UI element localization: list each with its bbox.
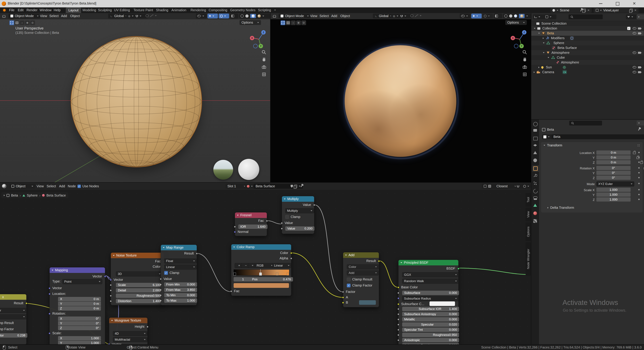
collection-checkbox[interactable]: ✓ — [627, 27, 630, 30]
scale-y-field[interactable]: 1.000 — [596, 193, 630, 197]
mapping-loc-y[interactable]: Y0 m — [58, 302, 101, 306]
select-mode-subtract[interactable]: − — [20, 20, 24, 25]
scale-x-field[interactable]: 1.000 — [596, 188, 630, 192]
mapping-rotation-socket[interactable] — [48, 313, 51, 315]
viewport-camera-button[interactable] — [261, 64, 267, 70]
properties-pin-icon[interactable] — [638, 128, 640, 131]
mode-dropdown[interactable]: Object Mode — [8, 13, 40, 18]
scale-z-field[interactable]: 1.000 — [596, 197, 630, 202]
animate-dot[interactable] — [638, 199, 640, 200]
mapping-location-socket[interactable] — [48, 293, 51, 295]
noise-distortion-socket[interactable] — [110, 300, 112, 302]
fresnel-normal-socket[interactable] — [234, 231, 236, 233]
fresnel-ior-socket[interactable] — [234, 226, 236, 228]
mode-dropdown[interactable]: Object Mode — [278, 13, 311, 18]
shading-material-icon[interactable] — [514, 14, 517, 17]
outliner-row-atmosphere-material[interactable]: Atmosphere — [531, 60, 644, 65]
noise-dimensions-dropdown[interactable]: 3D — [116, 271, 162, 277]
outliner-row-cube[interactable]: Cube — [531, 55, 644, 60]
add-clamp-factor-row[interactable]: ✓Clamp Factor — [347, 284, 372, 287]
object-menu[interactable]: Object — [339, 14, 351, 18]
tab-tool-icon[interactable] — [533, 122, 538, 126]
musgrave-dimensions-dropdown[interactable]: 4D — [113, 331, 148, 336]
map-range-node[interactable]: Map Range Result Float Linear ✓Clamp Val… — [161, 245, 197, 305]
multiply-clamp-row[interactable]: Clamp — [285, 215, 300, 219]
mix-result-socket[interactable] — [25, 302, 28, 305]
gizmo-toggle[interactable]: ✚ — [208, 13, 218, 18]
map-range-value-socket[interactable] — [160, 278, 162, 280]
map-range-from-min[interactable]: From Min0.000 — [164, 282, 197, 287]
workspace-tab-sculpting[interactable]: Sculpting — [97, 8, 113, 12]
fresnel-header[interactable]: Fresnel — [235, 212, 267, 218]
mapping-scale-x[interactable]: X1.000 — [58, 336, 101, 341]
add-b-socket[interactable] — [342, 302, 344, 304]
viewport-camera-button[interactable] — [522, 64, 528, 70]
map-range-header[interactable]: Map Range — [161, 245, 197, 250]
hdri-preview-sphere[interactable] — [213, 160, 233, 180]
noise-texture-node[interactable]: Noise Texture Fac Color 3D Vector Scale6… — [111, 253, 164, 305]
tab-constraints-icon[interactable] — [533, 196, 537, 199]
tab-modifiers-icon[interactable] — [533, 174, 537, 178]
select-mode-invert[interactable]: ⊗ — [25, 20, 30, 25]
rot-x-field[interactable]: 0° — [596, 166, 630, 170]
mapping-rot-y[interactable]: Y0° — [58, 321, 101, 326]
blender-menu-logo-icon[interactable] — [2, 8, 6, 12]
mapping-scale-socket[interactable] — [48, 332, 51, 335]
expand-icon[interactable] — [543, 37, 544, 39]
shader-node-editor[interactable]: Object View Select Add Node ✓ Use Nodes … — [0, 183, 531, 344]
map-range-interp-dropdown[interactable]: Linear — [164, 265, 197, 270]
principled-metallic-socket[interactable] — [397, 318, 400, 321]
noise-detail-field[interactable]: Detail2.000 — [116, 288, 163, 293]
outliner-row-sphere[interactable]: Sphere — [531, 40, 644, 45]
outliner-row-beta[interactable]: Beta — [531, 31, 644, 36]
transform-orientation-dropdown[interactable]: ∟ Global — [108, 13, 129, 18]
lock-icon[interactable] — [633, 152, 636, 154]
expand-icon[interactable] — [543, 52, 544, 53]
noise-scale-field[interactable]: Scale6.100 — [116, 283, 163, 287]
workspace-tab-animation[interactable]: Animation — [170, 8, 187, 12]
select-mode-intersect[interactable]: ⊙ — [30, 20, 35, 25]
outliner-row-sun[interactable]: Sun — [531, 65, 644, 70]
expand-icon[interactable] — [543, 42, 544, 43]
overlays-toggle[interactable] — [219, 13, 229, 18]
workspace-tab-compositing[interactable]: Compositing — [208, 8, 228, 12]
tab-texture-icon[interactable] — [533, 219, 537, 223]
workspace-tab-rendering[interactable]: Rendering — [190, 8, 207, 12]
shading-wireframe-icon[interactable] — [240, 14, 244, 17]
outliner-new-collection-button[interactable]: + — [636, 14, 644, 19]
viewport-options-dropdown[interactable]: Options — [240, 20, 261, 25]
matcap-preview-sphere[interactable] — [238, 159, 259, 180]
workspace-tab-geometry-nodes[interactable]: Geometry Nodes — [229, 8, 256, 12]
outliner-filter-type-dropdown[interactable] — [544, 14, 556, 19]
gradient-stop-3[interactable] — [286, 273, 289, 276]
add-operation-dropdown[interactable]: Add — [347, 270, 379, 276]
select-mode-set-active[interactable] — [280, 20, 285, 25]
color-ramp-alpha-socket[interactable] — [290, 257, 292, 260]
shading-options-chevron-icon[interactable] — [262, 15, 264, 16]
mapping-loc-x[interactable]: X0 m — [58, 297, 101, 301]
loc-x-field[interactable]: 0 m — [596, 150, 630, 155]
mix-type-dropdown[interactable]: or — [0, 308, 27, 313]
sidebar-tab-node-wrangler[interactable]: Node Wrangler — [526, 242, 531, 276]
principled-anisotropic-socket[interactable] — [397, 339, 400, 341]
gizmo-z-axis[interactable]: Z — [261, 30, 266, 34]
mapping-loc-z[interactable]: Z0 m — [58, 306, 101, 311]
expand-icon[interactable] — [538, 66, 540, 68]
add-mix-node[interactable]: Add Result Color Add Clamp Result ✓Clamp… — [343, 252, 379, 307]
panel-drag-dots[interactable] — [638, 144, 638, 145]
shading-options-chevron-icon[interactable] — [526, 15, 528, 16]
mix-blend-dropdown[interactable] — [0, 314, 27, 319]
map-range-result-socket[interactable] — [196, 253, 198, 255]
noise-vector-socket[interactable] — [110, 279, 112, 281]
workspace-tab-modeling[interactable]: Modeling — [82, 8, 97, 12]
tab-physics-icon[interactable] — [532, 188, 539, 194]
tab-data-icon[interactable] — [533, 204, 537, 207]
maximize-button[interactable] — [616, 2, 619, 5]
tab-render-icon[interactable] — [533, 129, 537, 132]
scene-copy-icon[interactable] — [583, 9, 586, 12]
view-menu[interactable]: View — [309, 14, 318, 18]
principled-subsurface-radius-socket[interactable] — [397, 297, 400, 299]
multiply-value-in-socket[interactable] — [281, 222, 283, 224]
animate-dot[interactable] — [638, 167, 640, 169]
color-ramp-index-field[interactable]: 1 — [234, 277, 252, 282]
